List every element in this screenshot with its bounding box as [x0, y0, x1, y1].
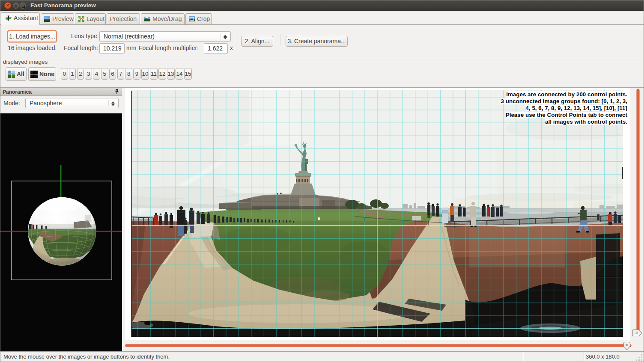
- svg-text:GL: GL: [45, 16, 48, 19]
